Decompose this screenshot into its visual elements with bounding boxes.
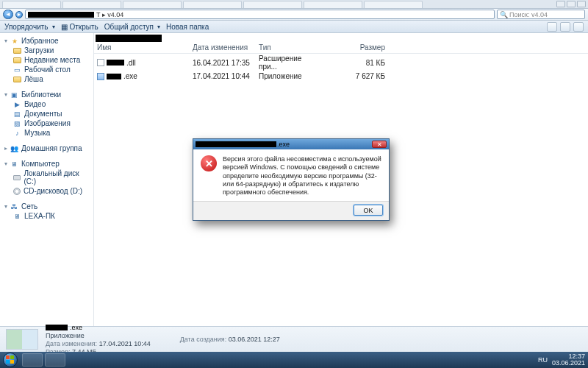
- music-icon: ♪: [13, 129, 21, 137]
- drive-icon: [13, 175, 21, 180]
- browser-tab[interactable]: [2, 1, 61, 8]
- file-date: 16.04.2021 17:35: [190, 58, 256, 68]
- sidebar-item-pictures[interactable]: ▧Изображения: [0, 118, 93, 128]
- file-size: 7 627 КБ: [322, 71, 388, 81]
- sidebar-item-drive-c[interactable]: Локальный диск (C:): [0, 169, 93, 186]
- sidebar-network-head[interactable]: ▾🖧Сеть: [0, 202, 93, 211]
- library-icon: ▣: [10, 91, 18, 99]
- view-options-button[interactable]: [547, 22, 557, 32]
- sidebar-item-videos[interactable]: ▶Видео: [0, 99, 93, 109]
- sidebar-item-lesha[interactable]: Лёша: [0, 74, 93, 84]
- browser-tab[interactable]: [62, 1, 121, 8]
- window-maximize-button[interactable]: [567, 1, 576, 7]
- folder-icon: [13, 48, 21, 54]
- col-name[interactable]: Имя: [94, 42, 190, 53]
- file-ext: .dll: [126, 59, 136, 67]
- share-button[interactable]: Общий доступ: [104, 23, 160, 31]
- cd-icon: [13, 188, 21, 195]
- chevron-down-icon: ▾: [4, 91, 7, 98]
- new-folder-button[interactable]: Новая папка: [166, 23, 209, 31]
- sidebar-item-documents[interactable]: ▤Документы: [0, 109, 93, 118]
- sidebar-libraries-head[interactable]: ▾▣Библиотеки: [0, 90, 93, 99]
- svg-rect-2: [6, 360, 10, 364]
- sidebar-item-music[interactable]: ♪Музыка: [0, 128, 93, 138]
- file-thumbnail: [6, 329, 38, 350]
- file-type: Приложение: [256, 71, 322, 81]
- col-date[interactable]: Дата изменения: [190, 42, 256, 53]
- sidebar-item-recent[interactable]: Недавние места: [0, 55, 93, 65]
- details-pane: .exe Приложение Дата изменения: 17.04.20…: [0, 326, 588, 352]
- browser-tab[interactable]: [123, 1, 182, 8]
- browser-tab[interactable]: [364, 1, 423, 8]
- open-button[interactable]: ▦Открыть: [61, 23, 98, 31]
- explorer-nav-bar: ◄ ► T ▸ v4.04 🔍 Поиск: v4.04: [0, 9, 588, 21]
- col-type[interactable]: Тип: [256, 42, 322, 53]
- svg-rect-1: [10, 355, 14, 359]
- forward-button[interactable]: ►: [15, 11, 23, 18]
- network-icon: 🖧: [10, 202, 18, 210]
- desktop-icon: ▭: [13, 66, 21, 74]
- details-modified: Дата изменения: 17.04.2021 10:44: [46, 340, 151, 347]
- sidebar-item-downloads[interactable]: Загрузки: [0, 46, 93, 55]
- details-kind: Приложение: [46, 332, 151, 339]
- error-dialog: .exe ✕ ✕ Версия этого файла несовместима…: [193, 138, 390, 221]
- address-breadcrumb[interactable]: T ▸ v4.04: [25, 10, 495, 19]
- folder-icon: [13, 77, 21, 82]
- preview-pane-button[interactable]: [560, 22, 570, 32]
- chevron-down-icon: ▾: [4, 38, 7, 44]
- chevron-right-icon: ▸: [4, 145, 7, 152]
- help-button[interactable]: [573, 22, 584, 32]
- folder-icon: [13, 57, 21, 63]
- tray-lang[interactable]: RU: [538, 356, 548, 364]
- error-message: Версия этого файла несовместима с исполь…: [223, 155, 381, 197]
- sidebar-item-desktop[interactable]: ▭Рабочий стол: [0, 65, 93, 74]
- computer-icon: 🖥: [13, 212, 21, 220]
- start-button[interactable]: [3, 353, 18, 367]
- col-size[interactable]: Размер: [322, 42, 388, 53]
- dialog-close-button[interactable]: ✕: [372, 141, 387, 148]
- nav-sidebar: ▾★Избранное Загрузки Недавние места ▭Раб…: [0, 33, 94, 326]
- svg-rect-3: [10, 360, 14, 364]
- video-icon: ▶: [13, 100, 21, 108]
- homegroup-icon: 👥: [10, 144, 18, 152]
- star-icon: ★: [10, 37, 18, 45]
- tray-clock[interactable]: 12:37 03.06.2021: [552, 353, 585, 367]
- details-filename: .exe: [46, 324, 151, 331]
- browser-tab[interactable]: [183, 1, 242, 8]
- explorer-toolbar: Упорядочить ▦Открыть Общий доступ Новая …: [0, 21, 588, 33]
- ok-button[interactable]: OK: [354, 205, 383, 216]
- redacted-filename: [107, 74, 121, 79]
- search-placeholder: Поиск: v4.04: [509, 11, 548, 18]
- svg-rect-0: [6, 355, 10, 359]
- sidebar-favorites-head[interactable]: ▾★Избранное: [0, 36, 93, 46]
- browser-tab[interactable]: [243, 1, 302, 8]
- open-icon: ▦: [61, 23, 68, 31]
- sidebar-homegroup-head[interactable]: ▸👥Домашняя группа: [0, 144, 93, 153]
- dialog-titlebar[interactable]: .exe ✕: [193, 139, 389, 149]
- file-ext: .exe: [123, 72, 137, 80]
- back-button[interactable]: ◄: [3, 10, 13, 19]
- window-minimize-button[interactable]: [556, 1, 565, 7]
- taskbar-item[interactable]: [45, 353, 65, 367]
- file-row[interactable]: .exe17.04.2021 10:44Приложение7 627 КБ: [94, 71, 588, 81]
- file-date: 17.04.2021 10:44: [190, 71, 256, 81]
- sidebar-computer-head[interactable]: ▾🖥Компьютер: [0, 159, 93, 169]
- browser-tab[interactable]: [304, 1, 362, 8]
- organize-button[interactable]: Упорядочить: [4, 23, 55, 31]
- browser-tab-strip: [0, 0, 588, 9]
- window-close-button[interactable]: [577, 1, 586, 7]
- taskbar-item[interactable]: [22, 353, 43, 367]
- document-icon: ▤: [13, 110, 21, 118]
- picture-icon: ▧: [13, 119, 21, 127]
- search-icon: 🔍: [500, 11, 508, 18]
- computer-icon: 🖥: [10, 160, 18, 168]
- file-type: Расширение при...: [256, 54, 322, 71]
- sidebar-item-drive-d[interactable]: CD-дисковод (D:): [0, 186, 93, 196]
- sidebar-item-lexa-pc[interactable]: 🖥LEXA-ПК: [0, 211, 93, 221]
- taskbar: RU 12:37 03.06.2021: [0, 352, 588, 368]
- file-icon: [97, 59, 104, 66]
- file-size: 81 КБ: [322, 58, 388, 68]
- search-input[interactable]: 🔍 Поиск: v4.04: [497, 10, 585, 19]
- redacted-path: [28, 12, 94, 18]
- file-row[interactable]: .dll16.04.2021 17:35Расширение при...81 …: [94, 54, 588, 71]
